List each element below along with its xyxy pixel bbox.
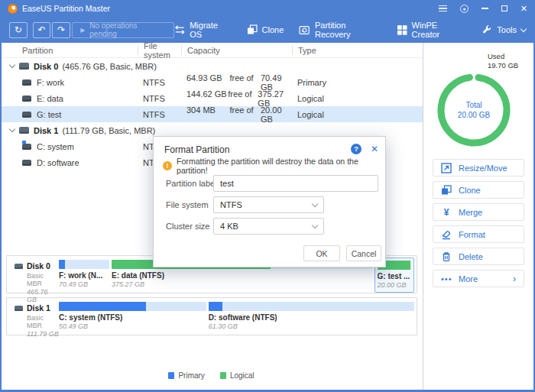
app-window: EaseUS Partition Master ● ✕ ↻ ↶ ↷ ▶ No o… xyxy=(0,0,535,392)
app-title: EaseUS Partition Master xyxy=(22,4,110,13)
help-icon[interactable]: ? xyxy=(351,144,362,154)
close-button[interactable]: ✕ xyxy=(520,4,527,14)
title-bar: EaseUS Partition Master ● ✕ xyxy=(0,0,535,17)
format-button[interactable]: Format xyxy=(433,225,524,243)
more-icon: ••• xyxy=(441,274,452,283)
wrench-icon xyxy=(481,24,492,35)
table-row[interactable]: F: work NTFS 64.93 GBfree of70.49 GB Pri… xyxy=(0,74,423,90)
donut-center-label: Total 20.00 GB xyxy=(434,70,514,150)
cluster-size-select[interactable]: 4 KB xyxy=(213,218,324,235)
trash-icon xyxy=(441,251,452,262)
refresh-button[interactable]: ↻ xyxy=(9,22,28,38)
logical-swatch xyxy=(220,372,226,379)
column-partition: Partition xyxy=(0,45,138,55)
format-icon xyxy=(441,229,452,240)
table-row[interactable]: E: data NTFS 144.62 GBfree of375.27 GB L… xyxy=(0,90,423,106)
format-partition-dialog: Format Partition ? ✕ ! Formatting the pa… xyxy=(153,136,386,267)
recovery-icon xyxy=(299,25,310,35)
partition-icon xyxy=(22,160,31,166)
cancel-button[interactable]: Cancel xyxy=(346,245,381,261)
partition-block[interactable]: D: software (NTFS) 61.30 GB xyxy=(209,302,414,335)
disk-icon xyxy=(15,264,23,269)
type-cell: Primary xyxy=(292,78,423,87)
disk-group-row[interactable]: Disk 0 (465.76 GB, Basic, MBR) xyxy=(0,58,423,74)
table-row-selected[interactable]: G: test NTFS 304 MBfree of20.00 GB Logic… xyxy=(0,106,423,122)
migrate-os-button[interactable]: Migrate OS xyxy=(174,21,232,39)
partition-label-label: Partition label xyxy=(166,175,217,192)
chevron-down-icon xyxy=(312,200,318,206)
winpe-creator-button[interactable]: WinPE Creator xyxy=(397,21,466,39)
clone-button[interactable]: Clone xyxy=(247,24,284,35)
used-label: Used 19.70 GB xyxy=(488,52,518,70)
collapse-chevron-icon[interactable] xyxy=(9,126,15,132)
toolbar: ↻ ↶ ↷ ▶ No operations pending Migrate OS… xyxy=(0,17,535,43)
partition-icon xyxy=(22,79,31,86)
redo-button[interactable]: ↷ xyxy=(52,22,70,38)
disk-name: Disk 0 xyxy=(34,62,58,71)
window-border xyxy=(0,0,2,392)
dialog-close-button[interactable]: ✕ xyxy=(371,144,378,154)
disk-map: Disk 0 Basic MBR 465.76 GB F: work (N...… xyxy=(6,255,417,339)
delete-button[interactable]: Delete xyxy=(433,248,524,265)
file-system-cell: NTFS xyxy=(138,110,181,119)
resize-icon xyxy=(441,163,452,173)
merge-button[interactable]: ¥ Merge xyxy=(433,203,524,221)
collapse-chevron-icon[interactable] xyxy=(9,62,15,68)
tools-menu-button[interactable]: Tools xyxy=(481,24,526,35)
more-button[interactable]: ••• More › xyxy=(433,270,524,287)
partition-block[interactable]: C: system (NTFS) 50.49 GB xyxy=(59,302,206,335)
play-icon: ▶ xyxy=(80,27,85,34)
migrate-icon xyxy=(174,25,186,34)
chevron-right-icon: › xyxy=(513,274,516,284)
file-system-cell: NTFS xyxy=(138,78,181,87)
clone-button-side[interactable]: Clone xyxy=(433,181,524,199)
pending-operations-button[interactable]: ▶ No operations pending xyxy=(72,22,173,38)
file-system-select[interactable]: NTFS xyxy=(213,196,324,213)
clone-icon xyxy=(441,185,452,196)
disk1-panel: Disk 1 Basic MBR 111.79 GB C: system (NT… xyxy=(6,297,417,335)
sidebar: Used 19.70 GB Total 20.00 GB Resize/Move… xyxy=(423,43,533,390)
table-header: Partition File system Capacity Type xyxy=(0,43,423,58)
disk-info: (111.79 GB, Basic, MBR) xyxy=(62,126,155,135)
warning-icon: ! xyxy=(163,161,172,170)
column-type: Type xyxy=(292,45,423,55)
partition-label-input[interactable] xyxy=(213,175,378,192)
disk-icon xyxy=(19,127,29,134)
partition-icon xyxy=(22,96,31,102)
resize-move-button[interactable]: Resize/Move xyxy=(433,159,524,177)
warning-text: Formatting the partition will destroy th… xyxy=(177,157,385,175)
file-system-label: File system xyxy=(166,196,209,213)
disk-name: Disk 1 xyxy=(34,126,58,135)
partition-recovery-button[interactable]: Partition Recovery xyxy=(299,21,382,39)
disk-icon xyxy=(19,63,29,70)
partition-icon xyxy=(22,112,31,118)
chevron-down-icon xyxy=(312,222,318,228)
menu-icon[interactable] xyxy=(439,4,447,14)
action-buttons: Resize/Move Clone ¥ Merge Format Delete … xyxy=(433,159,524,292)
minimize-button[interactable] xyxy=(481,8,488,9)
dialog-title: Format Partition xyxy=(164,144,229,155)
undo-button[interactable]: ↶ xyxy=(33,22,51,38)
maximize-button[interactable] xyxy=(501,5,507,11)
disk-info: (465.76 GB, Basic, MBR) xyxy=(62,62,157,71)
type-cell: Logical xyxy=(292,110,423,119)
partition-name: G: test xyxy=(37,110,61,119)
file-system-cell: NTFS xyxy=(138,94,181,103)
column-capacity: Capacity xyxy=(181,45,292,55)
easeus-logo-icon xyxy=(8,4,18,14)
partition-name: D: software xyxy=(37,158,79,167)
disk1-label: Disk 1 Basic MBR 111.79 GB xyxy=(7,298,59,335)
partition-block[interactable]: F: work (N... 70.49 GB xyxy=(59,260,109,293)
disk-icon xyxy=(15,306,23,311)
ok-button[interactable]: OK xyxy=(303,245,340,261)
clone-icon xyxy=(247,24,258,35)
legend: Primary Logical xyxy=(0,371,423,380)
partition-name: C: system xyxy=(37,142,74,151)
windows-icon xyxy=(397,25,407,35)
primary-swatch xyxy=(168,372,174,379)
column-file-system: File system xyxy=(138,45,181,55)
account-icon[interactable]: ● xyxy=(460,5,469,13)
pending-operations-label: No operations pending xyxy=(89,21,165,38)
type-cell: Logical xyxy=(292,94,423,103)
partition-name: F: work xyxy=(37,78,64,87)
